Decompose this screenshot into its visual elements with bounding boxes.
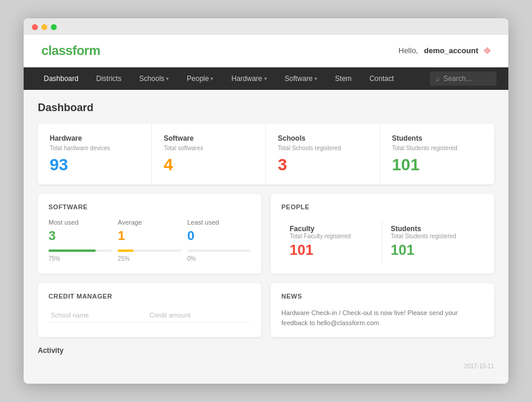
people-card: PEOPLE Faculty Total Faculty registered … bbox=[271, 194, 494, 274]
dot-minimize[interactable] bbox=[41, 24, 47, 30]
greeting-text: Hello, bbox=[398, 46, 418, 55]
stat-students-label: Students bbox=[392, 134, 482, 142]
metric-most-used-label: Most used bbox=[48, 219, 112, 226]
metric-most-used: Most used 3 75% bbox=[48, 219, 112, 262]
stat-schools-label: Schools bbox=[278, 134, 368, 142]
news-card-title: News bbox=[281, 293, 484, 300]
metric-least-used-pct: 0% bbox=[187, 255, 251, 262]
main-content: Dashboard Hardware Total hardware device… bbox=[24, 90, 508, 384]
nav-item-schools[interactable]: Schools ▾ bbox=[131, 67, 177, 90]
stat-software: Software Total softwares 4 bbox=[152, 124, 266, 185]
hardware-chevron: ▾ bbox=[264, 76, 267, 82]
metric-least-used-label: Least used bbox=[187, 219, 251, 226]
people-faculty: Faculty Total Faculty registered 101 bbox=[281, 219, 382, 264]
header-right: Hello, demo_account ⎆ bbox=[398, 44, 491, 57]
metric-most-used-bar bbox=[48, 249, 96, 252]
stat-schools-sublabel: Total Schools registered bbox=[278, 145, 368, 151]
people-faculty-sublabel: Total Faculty registered bbox=[290, 233, 374, 239]
metric-average-value: 1 bbox=[118, 228, 181, 244]
app-container: classform Hello, demo_account ⎆ Dashboar… bbox=[24, 35, 508, 384]
credit-col-school: School name bbox=[51, 312, 150, 319]
metric-least-used: Least used 0 0% bbox=[187, 219, 251, 262]
software-card-title: SOFTWARE bbox=[48, 203, 251, 210]
dot-maximize[interactable] bbox=[51, 24, 57, 30]
software-card: SOFTWARE Most used 3 75% Average bbox=[38, 194, 261, 274]
logo-suffix: form bbox=[73, 43, 100, 58]
search-input[interactable] bbox=[443, 74, 491, 83]
dot-close[interactable] bbox=[32, 24, 38, 30]
search-icon: ⌕ bbox=[436, 74, 440, 83]
metric-least-used-bar-container bbox=[187, 249, 251, 252]
stat-schools-value: 3 bbox=[278, 156, 368, 174]
metric-average-bar-container bbox=[118, 249, 181, 252]
page-title: Dashboard bbox=[38, 102, 494, 114]
stat-hardware-sublabel: Total hardware devices bbox=[50, 145, 140, 151]
metric-average-label: Average bbox=[118, 219, 181, 226]
logo-prefix: class bbox=[41, 43, 73, 58]
bottom-row: Credit Manager School name Credit amount… bbox=[38, 283, 494, 337]
metric-average: Average 1 25% bbox=[118, 219, 181, 262]
browser-window: classform Hello, demo_account ⎆ Dashboar… bbox=[24, 18, 508, 384]
nav-item-dashboard[interactable]: Dashboard bbox=[35, 67, 87, 90]
people-students-sublabel: Total Students registered bbox=[391, 233, 475, 239]
app-nav: Dashboard Districts Schools ▾ People ▾ H… bbox=[24, 67, 508, 90]
credit-header: School name Credit amount bbox=[48, 308, 251, 323]
stat-hardware-value: 93 bbox=[50, 156, 140, 174]
schools-chevron: ▾ bbox=[166, 76, 169, 82]
mid-row: SOFTWARE Most used 3 75% Average bbox=[38, 194, 494, 274]
metric-average-bar bbox=[118, 249, 134, 252]
stat-students-sublabel: Total Students registered bbox=[392, 145, 482, 151]
metric-most-used-pct: 75% bbox=[48, 255, 112, 262]
app-header: classform Hello, demo_account ⎆ bbox=[24, 35, 508, 67]
credit-col-amount: Credit amount bbox=[150, 312, 248, 319]
stat-schools: Schools Total Schools registered 3 bbox=[266, 124, 380, 185]
metric-average-pct: 25% bbox=[118, 255, 181, 262]
stats-row: Hardware Total hardware devices 93 Softw… bbox=[38, 124, 494, 185]
people-faculty-value: 101 bbox=[290, 242, 374, 258]
credit-manager-title: Credit Manager bbox=[48, 293, 251, 300]
activity-title: Activity bbox=[38, 346, 494, 355]
stat-students-value: 101 bbox=[392, 156, 482, 174]
news-card: News Hardware Check-in / Check-out is no… bbox=[271, 283, 494, 337]
people-faculty-label: Faculty bbox=[290, 225, 374, 233]
username-text: demo_account bbox=[424, 46, 478, 55]
stat-software-value: 4 bbox=[164, 156, 254, 174]
nav-item-stem[interactable]: Stem bbox=[327, 67, 360, 90]
metric-most-used-bar-container bbox=[48, 249, 112, 252]
logo: classform bbox=[41, 43, 100, 59]
stat-software-label: Software bbox=[164, 134, 254, 142]
people-students-value: 101 bbox=[391, 242, 475, 258]
credit-manager-card: Credit Manager School name Credit amount bbox=[38, 283, 261, 337]
news-text: Hardware Check-in / Check-out is now liv… bbox=[281, 308, 484, 328]
metric-most-used-value: 3 bbox=[48, 228, 112, 244]
stat-hardware-label: Hardware bbox=[50, 134, 140, 142]
activity-section: Activity bbox=[38, 346, 494, 355]
date-stamp: 2017-10-11 bbox=[38, 361, 494, 372]
nav-search: ⌕ bbox=[430, 72, 497, 86]
nav-item-software[interactable]: Software ▾ bbox=[277, 67, 326, 90]
metric-least-used-value: 0 bbox=[187, 228, 251, 244]
nav-item-people[interactable]: People ▾ bbox=[179, 67, 222, 90]
people-card-title: PEOPLE bbox=[281, 203, 484, 210]
nav-item-districts[interactable]: Districts bbox=[88, 67, 130, 90]
software-chevron: ▾ bbox=[314, 76, 317, 82]
nav-item-contact[interactable]: Contact bbox=[361, 67, 402, 90]
nav-item-hardware[interactable]: Hardware ▾ bbox=[223, 67, 275, 90]
stat-hardware: Hardware Total hardware devices 93 bbox=[38, 124, 152, 185]
credit-table: School name Credit amount bbox=[48, 308, 251, 323]
logout-icon[interactable]: ⎆ bbox=[484, 44, 491, 57]
people-metrics: Faculty Total Faculty registered 101 Stu… bbox=[281, 219, 484, 264]
people-students-label: Students bbox=[391, 225, 475, 233]
people-students: Students Total Students registered 101 bbox=[382, 219, 484, 264]
software-metrics: Most used 3 75% Average 1 bbox=[48, 219, 251, 262]
stat-software-sublabel: Total softwares bbox=[164, 145, 254, 151]
stat-students: Students Total Students registered 101 bbox=[380, 124, 494, 185]
browser-chrome bbox=[24, 18, 508, 35]
people-chevron: ▾ bbox=[210, 76, 213, 82]
